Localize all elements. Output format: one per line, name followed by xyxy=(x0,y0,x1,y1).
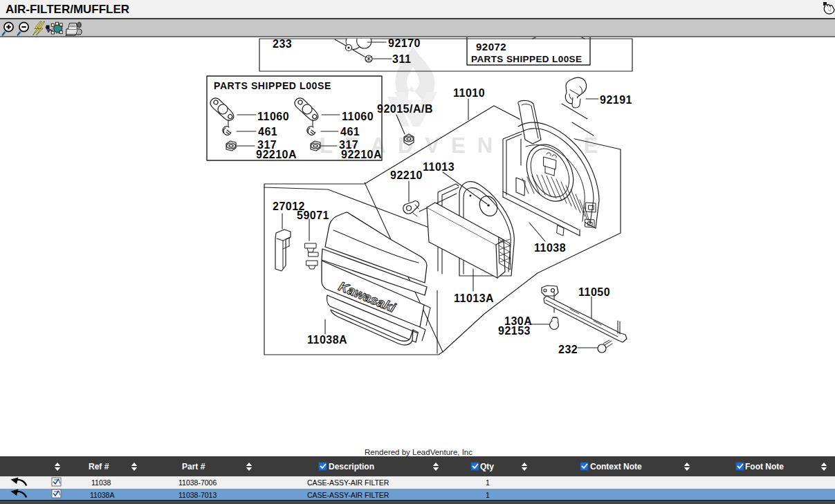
svg-text:11050: 11050 xyxy=(578,286,610,298)
svg-text:11013A: 11013A xyxy=(454,292,494,304)
svg-text:461: 461 xyxy=(340,126,360,138)
svg-text:11038: 11038 xyxy=(534,242,566,254)
svg-text:11013: 11013 xyxy=(423,161,455,173)
svg-text:92210: 92210 xyxy=(390,169,423,181)
svg-text:461: 461 xyxy=(258,126,277,138)
svg-text:11060: 11060 xyxy=(342,111,374,122)
svg-text:59071: 59071 xyxy=(297,209,329,221)
svg-text:92210A: 92210A xyxy=(341,149,382,160)
svg-text:92072: 92072 xyxy=(476,41,506,53)
svg-text:232: 232 xyxy=(558,344,578,355)
svg-text:311: 311 xyxy=(392,53,411,65)
svg-text:PARTS SHIPPED L00SE: PARTS SHIPPED L00SE xyxy=(214,80,331,91)
svg-text:PARTS SHIPPED L00SE: PARTS SHIPPED L00SE xyxy=(471,54,582,64)
svg-text:92170: 92170 xyxy=(388,37,421,49)
svg-text:92210A: 92210A xyxy=(256,149,297,160)
svg-text:92015/A/B: 92015/A/B xyxy=(377,103,433,115)
svg-text:92191: 92191 xyxy=(600,94,632,106)
svg-text:233: 233 xyxy=(273,38,292,50)
svg-text:11060: 11060 xyxy=(257,111,289,122)
svg-text:11010: 11010 xyxy=(453,87,485,99)
svg-text:11038A: 11038A xyxy=(307,334,347,346)
svg-text:Rendered by LeadVenture, Inc: Rendered by LeadVenture, Inc xyxy=(365,448,472,456)
svg-text:92153: 92153 xyxy=(498,325,531,337)
